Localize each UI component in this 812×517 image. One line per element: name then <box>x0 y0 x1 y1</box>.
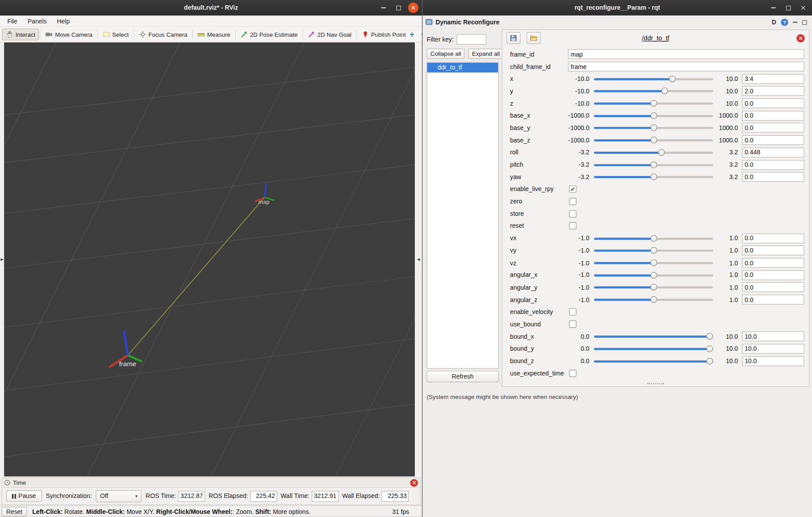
param-slider-pitch[interactable] <box>594 160 713 169</box>
slider-handle[interactable] <box>650 272 657 278</box>
sync-combobox[interactable]: Off ▾ <box>96 490 142 502</box>
resize-grip[interactable] <box>647 383 664 386</box>
slider-handle[interactable] <box>706 345 713 352</box>
tool-focus-camera[interactable]: Focus Camera <box>135 28 191 40</box>
tool-publish-point[interactable]: Publish Point <box>358 28 410 40</box>
time-field-value[interactable] <box>311 490 338 502</box>
param-checkbox-use_bound[interactable] <box>569 321 576 328</box>
slider-handle[interactable] <box>706 358 713 364</box>
param-slider-z[interactable] <box>594 99 713 108</box>
param-value-input-roll[interactable] <box>742 148 804 157</box>
slider-handle[interactable] <box>661 88 668 94</box>
param-slider-vz[interactable] <box>594 258 713 268</box>
tree-item-ddr-to-tf[interactable]: ddr_to_tf <box>427 63 498 73</box>
tool-measure[interactable]: Measure <box>194 28 234 40</box>
time-panel-close-button[interactable] <box>410 479 418 487</box>
param-value-input-angular_x[interactable] <box>742 270 804 280</box>
time-field-value[interactable] <box>250 490 277 502</box>
slider-handle[interactable] <box>650 174 657 180</box>
tool-2d-pose-estimate[interactable]: 2D Pose Estimate <box>237 28 301 40</box>
param-checkbox-store[interactable] <box>569 210 576 217</box>
param-value-input-vz[interactable] <box>742 258 804 268</box>
param-checkbox-enable_live_rpy[interactable]: ✓ <box>569 186 576 193</box>
param-slider-vx[interactable] <box>594 234 713 243</box>
param-slider-base_z[interactable] <box>594 135 713 145</box>
param-value-input-angular_z[interactable] <box>742 295 804 304</box>
param-value-input-x[interactable] <box>742 74 804 84</box>
tool-select[interactable]: Select <box>99 28 132 40</box>
rviz-close-button[interactable] <box>408 3 418 13</box>
param-value-input-vx[interactable] <box>742 234 804 243</box>
slider-handle[interactable] <box>650 137 657 143</box>
param-slider-yaw[interactable] <box>594 172 713 182</box>
param-text-input-frame_id[interactable] <box>568 50 804 59</box>
menu-file[interactable]: File <box>2 16 23 26</box>
param-value-input-pitch[interactable] <box>742 160 804 169</box>
param-slider-roll[interactable] <box>594 148 713 157</box>
param-slider-y[interactable] <box>594 86 713 96</box>
tool-interact[interactable]: Interact <box>2 28 39 40</box>
right-panel-expand-handle[interactable]: ◀ <box>415 42 422 476</box>
pause-button[interactable]: Pause <box>6 490 42 502</box>
param-slider-bound_x[interactable] <box>594 332 713 341</box>
add-tool-button[interactable]: + <box>410 30 414 39</box>
slider-handle[interactable] <box>650 161 657 168</box>
param-value-input-bound_x[interactable] <box>742 332 804 341</box>
reset-button[interactable]: Reset <box>2 507 27 516</box>
dock-help-button[interactable]: ? <box>781 19 788 26</box>
slider-handle[interactable] <box>650 112 657 119</box>
3d-viewport[interactable]: map frame <box>4 42 415 476</box>
param-slider-x[interactable] <box>594 74 713 84</box>
param-checkbox-use_expected_time[interactable] <box>569 370 576 377</box>
param-text-input-child_frame_id[interactable] <box>568 61 804 71</box>
param-value-input-angular_y[interactable] <box>742 283 804 292</box>
param-checkbox-enable_velocity[interactable] <box>569 308 576 315</box>
refresh-button[interactable]: Refresh <box>427 371 499 382</box>
rviz-maximize-button[interactable] <box>393 3 403 13</box>
editor-close-button[interactable] <box>797 34 805 42</box>
param-slider-bound_z[interactable] <box>594 356 713 366</box>
menu-help[interactable]: Help <box>52 16 75 26</box>
param-slider-vy[interactable] <box>594 245 713 255</box>
param-slider-base_x[interactable] <box>594 111 713 120</box>
param-value-input-base_x[interactable] <box>742 111 804 120</box>
rviz-minimize-button[interactable] <box>378 3 388 13</box>
slider-handle[interactable] <box>706 333 713 340</box>
param-slider-base_y[interactable] <box>594 123 713 133</box>
param-slider-angular_z[interactable] <box>594 295 713 304</box>
param-value-input-bound_y[interactable] <box>742 344 804 353</box>
param-slider-bound_y[interactable] <box>594 344 713 353</box>
param-value-input-vy[interactable] <box>742 245 804 255</box>
tool-2d-nav-goal[interactable]: 2D Nav Goal <box>304 28 355 40</box>
param-slider-angular_y[interactable] <box>594 283 713 292</box>
filter-input[interactable] <box>457 34 486 44</box>
expand-all-button[interactable]: Expand all <box>468 49 503 59</box>
dock-minimize-button[interactable] <box>793 22 798 23</box>
menu-panels[interactable]: Panels <box>23 16 52 26</box>
tool-move-camera[interactable]: Move Camera <box>42 28 96 40</box>
viewport-canvas[interactable]: map frame <box>4 42 415 476</box>
rviz-titlebar[interactable]: default.rviz* - RViz <box>0 0 422 15</box>
rqt-close-button[interactable] <box>798 3 808 13</box>
slider-handle[interactable] <box>650 125 657 131</box>
time-field-value[interactable] <box>382 490 409 502</box>
param-value-input-z[interactable] <box>742 99 804 108</box>
param-checkbox-reset[interactable] <box>569 222 576 230</box>
slider-handle[interactable] <box>650 260 657 266</box>
param-checkbox-zero[interactable] <box>569 198 576 205</box>
param-value-input-base_y[interactable] <box>742 123 804 133</box>
dock-d-button[interactable]: D <box>772 19 776 26</box>
slider-handle[interactable] <box>658 149 665 156</box>
param-value-input-base_z[interactable] <box>742 135 804 145</box>
param-value-input-y[interactable] <box>742 86 804 96</box>
slider-handle[interactable] <box>650 284 657 291</box>
rqt-titlebar[interactable]: rqt_reconfigure__Param - rqt <box>422 0 812 15</box>
rqt-maximize-button[interactable] <box>783 3 793 13</box>
left-panel-expand-handle[interactable]: ▶ <box>0 42 4 476</box>
param-slider-angular_x[interactable] <box>594 270 713 280</box>
slider-handle[interactable] <box>650 296 657 303</box>
dock-float-button[interactable] <box>802 20 807 25</box>
slider-handle[interactable] <box>650 247 657 254</box>
time-panel-header[interactable]: Time <box>2 478 420 488</box>
param-value-input-bound_z[interactable] <box>742 356 804 366</box>
